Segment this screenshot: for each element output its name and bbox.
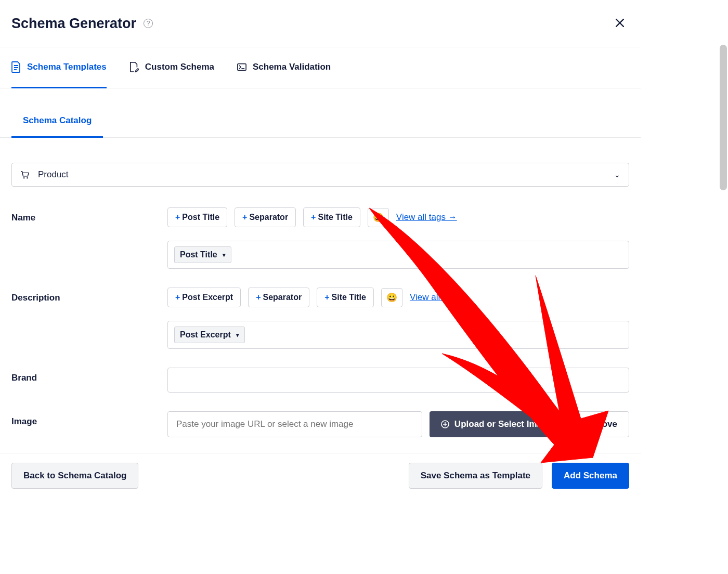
tab-label: Custom Schema [145,62,214,72]
field-label-description: Description [11,288,167,349]
field-label-image: Image [11,411,167,437]
emoji-button[interactable]: 😀 [381,288,402,307]
modal-footer: Back to Schema Catalog Save Schema as Te… [0,453,641,498]
description-input[interactable]: Post Excerpt ▾ [167,321,629,349]
cart-icon [20,170,30,179]
tab-label: Schema Validation [253,62,331,72]
document-icon [11,61,21,73]
svg-point-1 [23,177,25,179]
schema-type-value: Product [38,169,69,180]
modal-header: Schema Generator ? [0,0,641,47]
chevron-down-icon: ▾ [236,332,239,338]
tab-label: Schema Templates [27,62,107,72]
help-icon[interactable]: ? [144,19,153,28]
plus-circle-icon [441,420,449,428]
chip-post-title[interactable]: Post Title ▾ [174,246,231,263]
tab-schema-catalog[interactable]: Schema Catalog [11,108,103,138]
add-schema-button[interactable]: Add Schema [552,463,629,489]
modal-title: Schema Generator [11,16,136,32]
close-icon [616,19,624,27]
terminal-icon [237,61,246,73]
tab-custom-schema[interactable]: Custom Schema [129,47,214,88]
primary-tabs: Schema Templates Custom Schema Schema Va… [0,47,641,88]
back-button[interactable]: Back to Schema Catalog [11,463,138,489]
scrollbar[interactable] [720,45,727,190]
tag-button-post-excerpt[interactable]: +Post Excerpt [167,288,241,307]
field-label-name: Name [11,207,167,269]
schema-type-select[interactable]: Product ⌄ [11,163,629,187]
remove-image-button[interactable]: Remove [571,411,629,437]
upload-image-button[interactable]: Upload or Select Image [430,411,564,437]
tab-schema-templates[interactable]: Schema Templates [11,47,107,88]
svg-rect-0 [238,64,246,71]
close-button[interactable] [612,15,628,32]
tag-button-separator[interactable]: +Separator [248,288,309,307]
image-url-input[interactable] [167,411,422,437]
chip-post-excerpt[interactable]: Post Excerpt ▾ [174,327,245,343]
tag-button-site-title[interactable]: +Site Title [317,288,374,307]
tag-button-site-title[interactable]: +Site Title [303,207,360,227]
tag-button-separator[interactable]: +Separator [235,207,296,227]
field-label-brand: Brand [11,368,167,393]
tag-button-post-title[interactable]: +Post Title [167,207,227,227]
emoji-button[interactable]: 😀 [368,208,389,227]
tab-schema-validation[interactable]: Schema Validation [237,47,331,88]
svg-point-2 [27,177,28,179]
chevron-down-icon: ▾ [223,252,226,258]
brand-input[interactable] [167,368,629,393]
document-edit-icon [129,61,139,73]
chevron-down-icon: ⌄ [614,171,620,179]
save-template-button[interactable]: Save Schema as Template [409,463,542,489]
view-all-tags-link[interactable]: View all tags → [396,212,457,223]
name-input[interactable]: Post Title ▾ [167,241,629,269]
view-all-tags-link[interactable]: View all tags → [410,292,471,303]
secondary-tabs: Schema Catalog [0,108,641,138]
